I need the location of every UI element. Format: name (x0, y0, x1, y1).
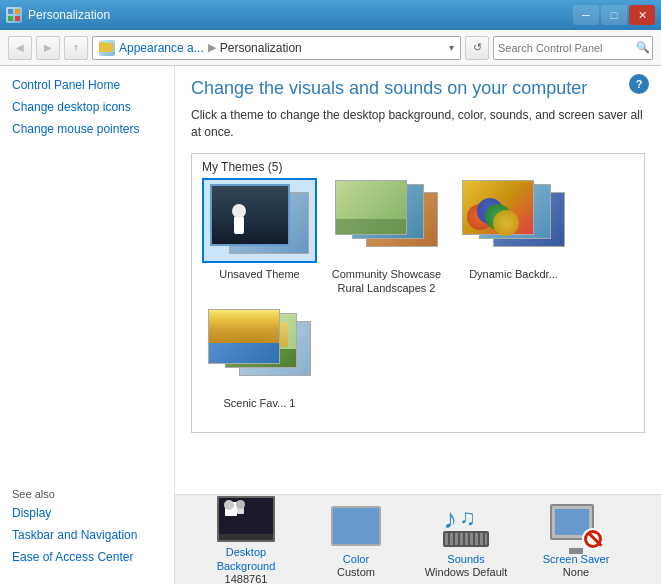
monitor-stand (569, 548, 583, 554)
sidebar-item-taskbar-navigation[interactable]: Taskbar and Navigation (12, 528, 162, 542)
back-button[interactable]: ◀ (8, 36, 32, 60)
svg-rect-3 (15, 16, 20, 21)
svg-rect-5 (99, 42, 105, 45)
theme-item-scenic[interactable]: Scenic Fav... 1 (202, 307, 317, 410)
preview-stack-community (331, 180, 442, 261)
sounds-icon: ♪ ♫ (441, 505, 491, 547)
color-sublabel: Custom (337, 566, 375, 578)
breadcrumb-current: Personalization (220, 41, 302, 55)
up-button[interactable]: ↑ (64, 36, 88, 60)
astronaut-figure (234, 216, 244, 234)
title-bar-left: Personalization (6, 7, 110, 23)
scenic-front-img (208, 309, 280, 364)
no-circle (584, 530, 602, 548)
theme-preview-unsaved[interactable] (202, 178, 317, 263)
preview-stack-dynamic (458, 180, 569, 261)
sidebar-item-control-panel-home[interactable]: Control Panel Home (12, 78, 162, 92)
breadcrumb-parent[interactable]: Appearance a... (119, 41, 204, 55)
toolbar-item-sounds[interactable]: ♪ ♫ Sounds Windows Default (411, 493, 521, 584)
theme-label-unsaved: Unsaved Theme (219, 267, 300, 281)
refresh-button[interactable]: ↺ (465, 36, 489, 60)
preview-stack-scenic (204, 309, 315, 390)
note2-icon: ♫ (459, 505, 476, 531)
screen-saver-label[interactable]: Screen Saver (543, 553, 610, 566)
content-wrapper: Control Panel Home Change desktop icons … (0, 66, 661, 584)
sounds-icon-area: ♪ ♫ (436, 501, 496, 551)
screen-saver-sublabel: None (563, 566, 589, 578)
preview-stack-unsaved (204, 180, 315, 261)
theme-preview-dynamic[interactable] (456, 178, 571, 263)
desktop-background-label[interactable]: Desktop Background (195, 546, 297, 572)
dynamic-front-img (462, 180, 534, 235)
page-title: Change the visuals and sounds on your co… (191, 78, 645, 99)
theme-item-unsaved[interactable]: Unsaved Theme (202, 178, 317, 296)
community-ground (336, 219, 406, 234)
navigation-bar: ◀ ▶ ↑ Appearance a... ▶ Personalization … (0, 30, 661, 66)
theme-label-dynamic: Dynamic Backdr... (469, 267, 558, 281)
app-icon (6, 7, 22, 23)
toolbar-item-screen-saver[interactable]: Screen Saver None (521, 493, 631, 584)
theme-label-scenic: Scenic Fav... 1 (224, 396, 296, 410)
theme-item-community[interactable]: Community Showcase Rural Landscapes 2 (329, 178, 444, 296)
breadcrumb-dropdown-icon[interactable]: ▾ (449, 42, 454, 53)
svg-rect-2 (8, 16, 13, 21)
theme-preview-scenic[interactable] (202, 307, 317, 392)
theme-preview-community[interactable] (329, 178, 444, 263)
screen-saver-icon-area (546, 501, 606, 551)
search-icon[interactable]: 🔍 (636, 39, 650, 57)
search-input[interactable] (498, 42, 636, 54)
themes-grid: Unsaved Theme (192, 178, 644, 421)
svg-rect-0 (8, 9, 13, 14)
content-scroll: ? Change the visuals and sounds on your … (175, 66, 661, 494)
search-bar: 🔍 (493, 36, 653, 60)
theme-label-community: Community Showcase Rural Landscapes 2 (329, 267, 444, 296)
sidebar-item-change-desktop-icons[interactable]: Change desktop icons (12, 100, 162, 114)
minimize-button[interactable]: ─ (573, 5, 599, 25)
themes-section-label: My Themes (5) (192, 154, 644, 178)
keyboard-icon (443, 531, 489, 547)
breadcrumb: Appearance a... ▶ Personalization ▾ (92, 36, 461, 60)
see-also-label: See also (12, 488, 162, 500)
help-button[interactable]: ? (629, 74, 649, 94)
title-bar: Personalization ─ □ ✕ (0, 0, 661, 30)
desktop-background-icon-area (216, 494, 276, 544)
color-icon-area (326, 501, 386, 551)
window-controls: ─ □ ✕ (573, 5, 655, 25)
svg-rect-1 (15, 9, 20, 14)
sidebar: Control Panel Home Change desktop icons … (0, 66, 175, 584)
scenic-sunset (209, 310, 279, 343)
color-label[interactable]: Color (343, 553, 369, 566)
content-right: ? Change the visuals and sounds on your … (175, 66, 661, 584)
sidebar-item-ease-of-access[interactable]: Ease of Access Center (12, 550, 162, 564)
sounds-label[interactable]: Sounds (447, 553, 484, 566)
sidebar-see-also: See also Display Taskbar and Navigation … (0, 460, 174, 584)
scenic-water (209, 343, 279, 363)
breadcrumb-folder-icon (99, 40, 115, 56)
color-icon (331, 506, 381, 546)
community-front-img (335, 180, 407, 235)
main-wrapper: Control Panel Home Change desktop icons … (0, 66, 661, 584)
sidebar-item-change-mouse-pointers[interactable]: Change mouse pointers (12, 122, 162, 136)
breadcrumb-separator: ▶ (208, 41, 216, 54)
desktop-background-sublabel: 1488761 (225, 573, 268, 584)
no-line (588, 532, 603, 547)
toolbar-item-desktop-background[interactable]: Desktop Background 1488761 (191, 486, 301, 584)
close-button[interactable]: ✕ (629, 5, 655, 25)
window-title: Personalization (28, 8, 110, 22)
bottom-toolbar: Desktop Background 1488761 Color Custom (175, 494, 661, 584)
swatch-yellow (493, 210, 519, 236)
sidebar-nav-links: Control Panel Home Change desktop icons … (0, 66, 174, 460)
preview-front-img (210, 184, 290, 246)
sidebar-item-display[interactable]: Display (12, 506, 162, 520)
screen-saver-icon (550, 504, 602, 548)
maximize-button[interactable]: □ (601, 5, 627, 25)
themes-container: My Themes (5) (191, 153, 645, 433)
toolbar-item-color[interactable]: Color Custom (301, 493, 411, 584)
astronaut-head (232, 204, 246, 218)
theme-item-dynamic[interactable]: Dynamic Backdr... (456, 178, 571, 296)
sounds-sublabel: Windows Default (425, 566, 508, 578)
page-subtitle: Click a theme to change the desktop back… (191, 107, 645, 141)
no-symbol (582, 528, 604, 550)
desktop-background-icon (217, 496, 275, 542)
forward-button[interactable]: ▶ (36, 36, 60, 60)
